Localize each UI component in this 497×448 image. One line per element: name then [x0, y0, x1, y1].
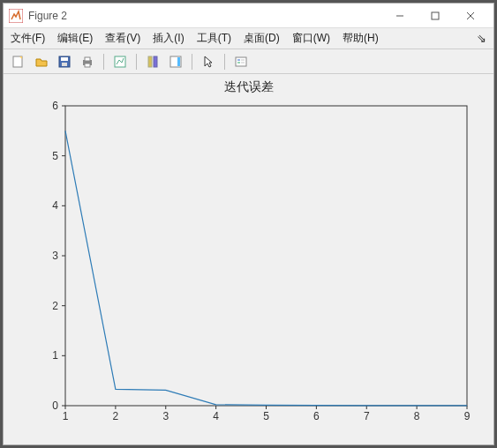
menu-desktop[interactable]: 桌面(D) — [244, 31, 280, 46]
window-controls — [382, 6, 488, 26]
toolbar-separator — [224, 54, 225, 70]
menu-window[interactable]: 窗口(W) — [292, 31, 330, 46]
svg-rect-13 — [115, 56, 125, 67]
svg-text:4: 4 — [213, 410, 219, 422]
plot-area[interactable]: 迭代误差 123456789 0123456 — [4, 74, 493, 444]
svg-text:2: 2 — [52, 300, 58, 312]
svg-text:6: 6 — [313, 410, 320, 422]
toolbar-separator — [192, 54, 192, 70]
close-button[interactable] — [453, 6, 488, 26]
legend-button[interactable] — [231, 52, 251, 71]
colorbar-button[interactable] — [166, 52, 185, 71]
svg-rect-21 — [236, 57, 246, 66]
svg-rect-2 — [432, 12, 439, 19]
svg-rect-26 — [65, 106, 467, 406]
chart-canvas: 123456789 0123456 — [21, 97, 480, 432]
svg-rect-9 — [62, 63, 67, 66]
chart-title: 迭代误差 — [4, 79, 493, 95]
svg-text:3: 3 — [52, 250, 58, 262]
print-button[interactable] — [78, 52, 97, 71]
svg-text:5: 5 — [263, 410, 269, 422]
cursor-button[interactable] — [199, 52, 218, 71]
menubar: 文件(F) 编辑(E) 查看(V) 插入(I) 工具(T) 桌面(D) 窗口(W… — [4, 28, 493, 49]
menu-edit[interactable]: 编辑(E) — [57, 31, 93, 46]
save-button[interactable] — [55, 52, 74, 71]
svg-rect-8 — [61, 57, 68, 61]
svg-rect-12 — [85, 63, 90, 67]
svg-text:6: 6 — [52, 100, 58, 112]
svg-text:2: 2 — [113, 410, 119, 422]
svg-rect-17 — [148, 56, 152, 67]
new-figure-button[interactable] — [9, 52, 28, 71]
minimize-button[interactable] — [382, 6, 418, 26]
figure-window: Figure 2 文件(F) 编辑(E) 查看(V) 插入(I) 工具(T) 桌… — [3, 3, 494, 445]
svg-text:3: 3 — [162, 410, 169, 422]
svg-text:0: 0 — [52, 399, 58, 412]
toolbar-separator — [136, 54, 137, 70]
svg-text:4: 4 — [52, 199, 58, 212]
svg-rect-18 — [154, 56, 157, 67]
menu-help[interactable]: 帮助(H) — [343, 31, 379, 46]
edit-plot-button[interactable] — [110, 52, 130, 71]
svg-text:9: 9 — [464, 410, 471, 422]
matlab-icon — [9, 9, 23, 23]
svg-rect-11 — [85, 57, 90, 61]
link-axes-button[interactable] — [143, 52, 162, 71]
menu-file[interactable]: 文件(F) — [11, 31, 45, 46]
svg-text:1: 1 — [63, 410, 69, 422]
window-title: Figure 2 — [28, 10, 67, 22]
maximize-button[interactable] — [418, 6, 453, 26]
menu-view[interactable]: 查看(V) — [105, 31, 140, 46]
svg-rect-20 — [177, 57, 180, 66]
menu-insert[interactable]: 插入(I) — [153, 31, 184, 46]
svg-text:8: 8 — [414, 410, 420, 422]
dock-toggle-icon[interactable]: ⇘ — [477, 32, 486, 46]
menu-tools[interactable]: 工具(T) — [197, 31, 231, 46]
titlebar[interactable]: Figure 2 — [4, 4, 493, 28]
svg-text:5: 5 — [52, 150, 58, 162]
svg-rect-5 — [13, 56, 22, 67]
svg-text:7: 7 — [364, 410, 370, 422]
open-button[interactable] — [32, 52, 51, 71]
toolbar-separator — [103, 54, 104, 70]
svg-text:1: 1 — [52, 349, 58, 362]
toolbar — [4, 49, 493, 74]
